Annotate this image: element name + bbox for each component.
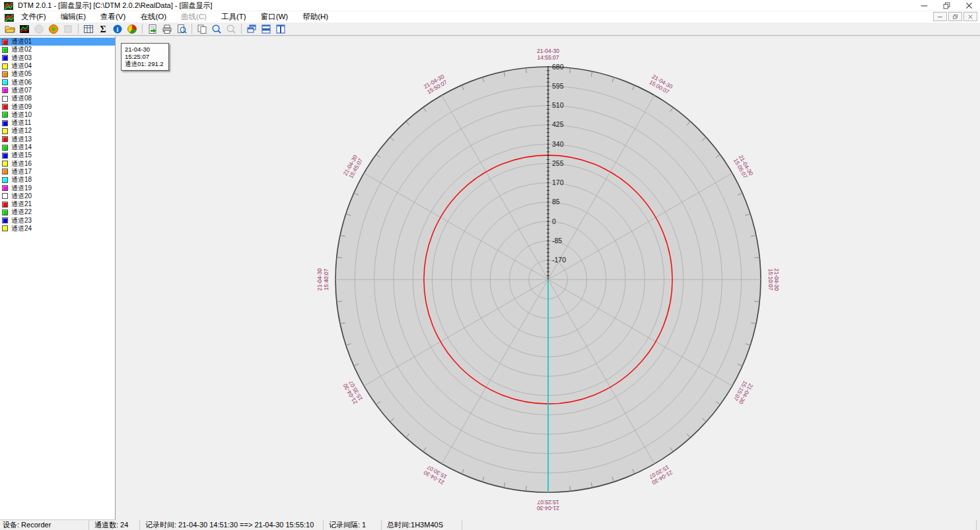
channel-item-18[interactable]: 通道18 — [0, 176, 115, 184]
mdi-close-button[interactable] — [963, 12, 977, 21]
menu-item-0[interactable]: 文件(F) — [21, 12, 46, 22]
polar-chart[interactable]: 680595510425340255170850-85-17021-04-301… — [116, 36, 980, 520]
pie-chart-button[interactable] — [125, 22, 139, 35]
menu-item-5[interactable]: 工具(T) — [221, 12, 246, 22]
channel-color-swatch — [2, 128, 8, 134]
cascade-windows-button[interactable] — [244, 22, 259, 35]
tile-vertical-button[interactable] — [273, 22, 288, 35]
svg-text:Σ: Σ — [100, 24, 106, 34]
minimize-icon — [920, 1, 928, 10]
restore-icon — [952, 14, 958, 20]
tile-vertical-icon — [275, 24, 286, 34]
menu-item-3[interactable]: 在线(O) — [140, 12, 166, 22]
chart-area: 680595510425340255170850-85-17021-04-301… — [116, 36, 980, 520]
time-label: 21-04-3015:35:07 — [341, 379, 364, 405]
mdi-child-icon — [4, 13, 15, 21]
minimize-button[interactable] — [913, 0, 935, 11]
time-label: 21-04-3015:00:07 — [648, 73, 674, 96]
toolbar-separator — [142, 24, 143, 34]
toolbar-separator — [241, 24, 242, 34]
close-button[interactable] — [958, 0, 980, 11]
radial-axis-label: 340 — [552, 140, 564, 148]
channel-item-11[interactable]: 通道11 — [0, 119, 115, 127]
svg-text:21-04-3015:25:07: 21-04-3015:25:07 — [537, 499, 559, 512]
copy-button[interactable] — [195, 22, 209, 35]
mdi-window-controls — [933, 12, 977, 21]
record-circle-icon — [34, 24, 44, 34]
channel-item-17[interactable]: 通道17 — [0, 168, 115, 176]
mdi-restore-button[interactable] — [948, 12, 962, 21]
zoom-in-button[interactable] — [209, 22, 224, 35]
radial-axis-label: 255 — [552, 159, 564, 167]
record-active-button[interactable] — [46, 22, 61, 35]
channel-color-swatch — [2, 185, 8, 191]
svg-text:21-04-3015:20:07: 21-04-3015:20:07 — [648, 464, 674, 486]
channel-item-19[interactable]: 通道19 — [0, 184, 115, 192]
channel-item-1[interactable]: 通道01 — [0, 38, 115, 46]
channel-item-15[interactable]: 通道15 — [0, 151, 115, 159]
channel-item-7[interactable]: 通道07 — [0, 87, 115, 95]
tooltip-date: 21-04-30 — [125, 46, 164, 53]
channel-color-swatch — [2, 136, 8, 142]
window-controls — [913, 0, 980, 11]
channel-color-swatch — [2, 104, 8, 110]
menu-item-1[interactable]: 编辑(E) — [61, 12, 86, 22]
app-icon — [3, 1, 14, 11]
sigma-button[interactable]: Σ — [96, 22, 110, 35]
tile-horizontal-button[interactable] — [259, 22, 273, 35]
sigma-icon: Σ — [98, 24, 108, 34]
channel-item-2[interactable]: 通道02 — [0, 46, 115, 54]
menu-item-2[interactable]: 查看(V) — [100, 12, 125, 22]
channel-item-22[interactable]: 通道22 — [0, 208, 115, 216]
menu-item-6[interactable]: 窗口(W) — [261, 12, 289, 22]
trend-chart-button[interactable] — [17, 22, 32, 35]
print-preview-button[interactable] — [174, 22, 189, 35]
mdi-minimize-button[interactable] — [933, 12, 947, 21]
channel-color-swatch — [2, 47, 8, 53]
time-label: 21-04-3015:50:07 — [423, 73, 448, 95]
channel-color-swatch — [2, 120, 8, 126]
channel-item-3[interactable]: 通道03 — [0, 54, 115, 62]
status-segment-2: 记录时间: 21-04-30 14:51:30 ==> 21-04-30 15:… — [140, 520, 324, 530]
print-icon — [162, 24, 172, 34]
channel-item-23[interactable]: 通道23 — [0, 217, 115, 225]
channel-item-20[interactable]: 通道20 — [0, 192, 115, 200]
channel-color-swatch — [2, 71, 8, 77]
channel-color-swatch — [2, 112, 8, 118]
status-segment-3: 记录间隔: 1 — [324, 520, 382, 530]
print-button[interactable] — [160, 22, 174, 35]
open-folder-button[interactable] — [3, 22, 17, 35]
channel-item-13[interactable]: 通道13 — [0, 135, 115, 143]
channel-item-5[interactable]: 通道05 — [0, 70, 115, 78]
chart-tooltip: 21-04-30 15:25:07 通道01: 291.2 — [121, 43, 169, 71]
channel-item-9[interactable]: 通道09 — [0, 102, 115, 110]
channel-item-6[interactable]: 通道06 — [0, 78, 115, 86]
close-icon — [965, 1, 973, 10]
export-page-button[interactable] — [145, 22, 160, 35]
stop-square-button — [61, 22, 75, 35]
info-button[interactable]: i — [110, 22, 125, 35]
zoom-out-button — [224, 22, 238, 35]
title-bar: DTM 2.0.1 - [圆盘显示] [C:\DTM 2.0.2\RealDat… — [0, 0, 980, 11]
cascade-windows-icon — [246, 24, 257, 34]
channel-item-10[interactable]: 通道10 — [0, 111, 115, 119]
data-table-icon — [83, 24, 94, 34]
svg-text:i: i — [117, 26, 119, 33]
channel-item-8[interactable]: 通道08 — [0, 95, 115, 102]
svg-text:21-04-3014:55:07: 21-04-3014:55:07 — [537, 48, 559, 61]
channel-item-24[interactable]: 通道24 — [0, 225, 115, 233]
menu-item-7[interactable]: 帮助(H) — [302, 12, 328, 22]
status-segment-4: 总时间:1H3M40S — [382, 520, 462, 530]
channel-item-4[interactable]: 通道04 — [0, 62, 115, 70]
channel-item-21[interactable]: 通道21 — [0, 200, 115, 208]
trend-chart-icon — [19, 24, 30, 34]
restore-button[interactable] — [935, 0, 958, 11]
channel-color-swatch — [2, 96, 8, 102]
svg-text:21-04-3015:05:07: 21-04-3015:05:07 — [732, 154, 755, 180]
channel-item-12[interactable]: 通道12 — [0, 127, 115, 135]
channel-item-14[interactable]: 通道14 — [0, 143, 115, 151]
channel-item-16[interactable]: 通道16 — [0, 159, 115, 167]
svg-text:21-04-3015:35:07: 21-04-3015:35:07 — [341, 379, 364, 405]
data-table-button[interactable] — [81, 22, 96, 35]
radial-axis-label: -85 — [552, 237, 562, 245]
